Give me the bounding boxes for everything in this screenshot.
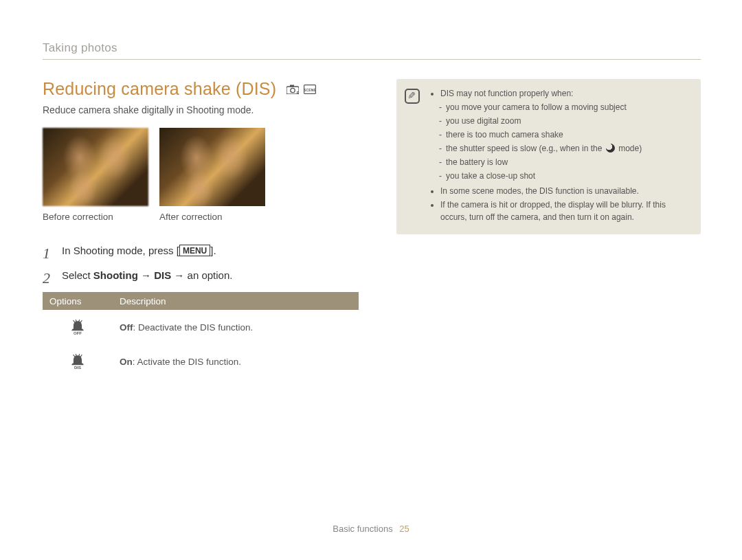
svg-rect-1 — [290, 85, 294, 87]
dis-on-icon: DIS — [69, 352, 87, 370]
note-icon — [405, 89, 420, 104]
step1-post: ]. — [210, 245, 216, 256]
photo-after — [159, 128, 265, 206]
camera-p-icon: P — [286, 85, 299, 94]
step-1: In Shooting mode, press [MENU]. — [43, 243, 359, 259]
breadcrumb: Taking photos — [43, 41, 701, 60]
photo-before — [43, 128, 148, 206]
photo-comparison — [43, 128, 359, 206]
menu-button-label: MENU — [179, 245, 210, 256]
note-d3: there is too much camera shake — [439, 128, 691, 141]
note-d2: you use digital zoom — [439, 115, 691, 127]
subtitle: Reduce camera shake digitally in Shootin… — [43, 104, 359, 115]
dis-off-desc: Off: Deactivate the DIS function. — [113, 310, 359, 344]
svg-text:SCENE: SCENE — [304, 87, 316, 91]
svg-text:P: P — [297, 91, 299, 94]
svg-text:OFF: OFF — [74, 331, 82, 335]
dis-on-icon-cell: DIS — [43, 344, 113, 379]
th-options: Options — [43, 292, 113, 310]
scene-icon: SCENE — [304, 85, 316, 94]
options-table: Options Description OFF Off: Deactivate … — [43, 292, 359, 379]
on-label: On — [120, 357, 133, 367]
note-box: DIS may not function properly when: you … — [396, 79, 701, 234]
note-d6: you take a close-up shot — [439, 170, 691, 182]
title-text: Reducing camera shake (DIS) — [43, 79, 276, 98]
on-desc: : Activate the DIS function. — [133, 357, 241, 367]
footer-label: Basic functions — [333, 524, 392, 534]
note-d4: the shutter speed is slow (e.g., when in… — [439, 142, 691, 155]
svg-point-2 — [291, 88, 295, 92]
svg-text:DIS: DIS — [74, 366, 81, 370]
night-mode-icon — [606, 144, 615, 153]
step2-dis: DIS — [154, 269, 171, 281]
table-row: OFF Off: Deactivate the DIS function. — [43, 310, 359, 344]
note-b2: In some scene modes, the DIS function is… — [440, 185, 691, 197]
step2-arrow1: → — [138, 269, 154, 281]
note-d4-post: mode) — [616, 144, 642, 153]
dis-off-icon-cell: OFF — [43, 310, 113, 344]
caption-after: After correction — [159, 212, 265, 222]
table-row: DIS On: Activate the DIS function. — [43, 344, 359, 379]
step1-pre: In Shooting mode, press [ — [62, 245, 179, 256]
step2-shooting: Shooting — [93, 269, 138, 281]
step2-pre: Select — [62, 269, 93, 281]
off-label: Off — [120, 322, 133, 333]
note-d4-pre: the shutter speed is slow (e.g., when in… — [446, 144, 605, 153]
step2-post: → an option. — [171, 269, 232, 281]
dis-on-desc: On: Activate the DIS function. — [113, 344, 359, 379]
page-number: 25 — [399, 524, 409, 534]
step-2: Select Shooting → DIS → an option. — [43, 267, 359, 284]
th-description: Description — [113, 292, 359, 310]
off-desc: : Deactivate the DIS function. — [133, 322, 254, 333]
note-d1: you move your camera to follow a moving … — [439, 101, 691, 113]
caption-before: Before correction — [43, 212, 148, 222]
page-title: Reducing camera shake (DIS) P SCENE — [43, 79, 359, 99]
note-b3: If the camera is hit or dropped, the dis… — [440, 199, 691, 223]
note-d5: the battery is low — [439, 156, 691, 168]
mode-icons: P SCENE — [286, 85, 315, 96]
note-intro: DIS may not function properly when: — [440, 87, 691, 100]
dis-off-icon: OFF — [69, 318, 87, 336]
steps-list: In Shooting mode, press [MENU]. Select S… — [43, 243, 359, 284]
footer: Basic functions 25 — [0, 524, 742, 534]
